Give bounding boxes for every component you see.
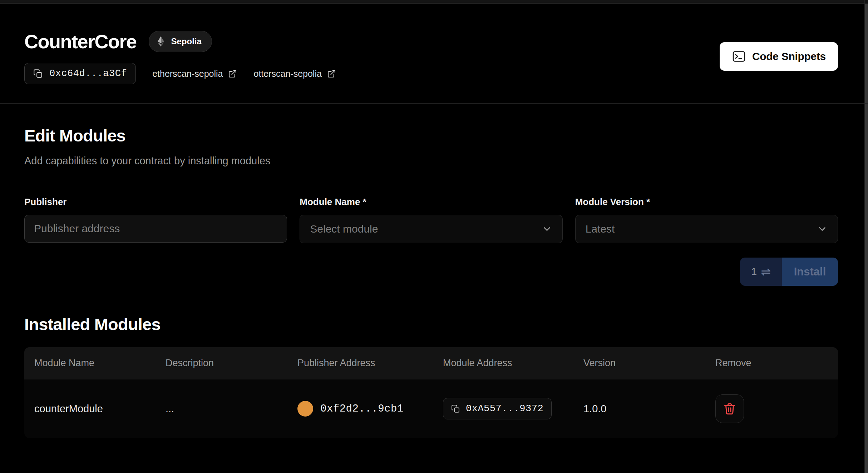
contract-address: 0xc64d...a3Cf <box>49 68 127 79</box>
copy-icon <box>33 69 43 79</box>
module-address-copy-button[interactable]: 0xA557...9372 <box>443 398 552 419</box>
edit-modules-heading: Edit Modules <box>24 126 125 145</box>
contract-links-row: 0xc64d...a3Cf etherscan-sepolia ottersca… <box>24 63 336 84</box>
publisher-field-group: Publisher <box>24 196 287 243</box>
external-link-icon <box>228 69 237 78</box>
swap-arrows-icon: ⇌ <box>761 266 771 278</box>
module-name-field-group: Module Name * Select module <box>300 196 562 243</box>
install-module-form: Publisher Module Name * Select module Mo… <box>24 196 838 243</box>
code-snippets-label: Code Snippets <box>752 50 826 63</box>
column-header-remove: Remove <box>705 358 838 369</box>
chevron-down-icon <box>817 224 828 234</box>
transaction-count: 1 <box>751 266 757 278</box>
header-divider <box>0 103 868 104</box>
publisher-label: Publisher <box>24 196 287 208</box>
scanner-link-label: otterscan-sepolia <box>253 69 321 79</box>
vertical-scrollbar[interactable] <box>864 0 868 473</box>
module-version-selected-value: Latest <box>586 223 615 235</box>
module-version-field-group: Module Version * Latest <box>575 196 838 243</box>
column-header-version: Version <box>573 358 705 369</box>
scrollbar-thumb[interactable] <box>865 4 868 473</box>
transaction-count-badge: 1 ⇌ <box>740 258 782 286</box>
publisher-address: 0xf2d2...9cb1 <box>320 403 404 415</box>
installed-modules-heading: Installed Modules <box>24 314 161 334</box>
copy-icon <box>451 404 460 413</box>
publisher-address-input[interactable] <box>24 215 287 243</box>
edit-modules-subheading: Add capabilities to your contract by ins… <box>24 155 270 167</box>
column-header-description: Description <box>156 358 287 369</box>
network-badge-label: Sepolia <box>171 36 202 46</box>
etherscan-sepolia-link[interactable]: etherscan-sepolia <box>152 69 237 79</box>
module-address-cell: 0xA557...9372 <box>433 398 573 419</box>
scanner-link-label: etherscan-sepolia <box>152 69 223 79</box>
column-header-module-name: Module Name <box>24 358 156 369</box>
publisher-address-cell: 0xf2d2...9cb1 <box>287 401 433 417</box>
contract-address-copy-button[interactable]: 0xc64d...a3Cf <box>24 63 136 84</box>
terminal-icon <box>732 49 746 64</box>
module-version-select[interactable]: Latest <box>575 215 838 243</box>
column-header-publisher-address: Publisher Address <box>287 358 433 369</box>
module-name-select[interactable]: Select module <box>300 215 562 243</box>
module-name-label: Module Name * <box>300 196 562 208</box>
table-header-row: Module Name Description Publisher Addres… <box>24 347 838 379</box>
otterscan-sepolia-link[interactable]: otterscan-sepolia <box>253 69 336 79</box>
network-badge[interactable]: Sepolia <box>149 31 212 52</box>
module-name-selected-value: Select module <box>310 223 378 235</box>
module-version-label: Module Version * <box>575 196 838 208</box>
module-name-cell: counterModule <box>24 403 156 415</box>
remove-module-button[interactable] <box>715 394 744 423</box>
contract-header: CounterCore Sepolia <box>24 31 212 52</box>
column-header-module-address: Module Address <box>433 358 573 369</box>
module-address: 0xA557...9372 <box>466 403 543 414</box>
publisher-avatar <box>297 401 313 417</box>
description-cell: ... <box>156 403 287 415</box>
trash-icon <box>723 402 736 415</box>
remove-cell <box>705 394 838 423</box>
table-row: counterModule ... 0xf2d2...9cb1 0xA557..… <box>24 379 838 438</box>
chevron-down-icon <box>542 224 552 234</box>
version-cell: 1.0.0 <box>573 403 705 415</box>
install-button[interactable]: 1 ⇌ Install <box>740 258 838 286</box>
install-button-label: Install <box>782 258 838 286</box>
external-link-icon <box>327 69 336 78</box>
top-window-edge <box>0 0 868 4</box>
code-snippets-button[interactable]: Code Snippets <box>720 42 838 71</box>
installed-modules-table: Module Name Description Publisher Addres… <box>24 347 838 438</box>
ethereum-icon <box>155 35 167 48</box>
contract-modules-page: CounterCore Sepolia 0xc64d...a3Cf <box>0 0 868 473</box>
page-title: CounterCore <box>24 32 137 51</box>
